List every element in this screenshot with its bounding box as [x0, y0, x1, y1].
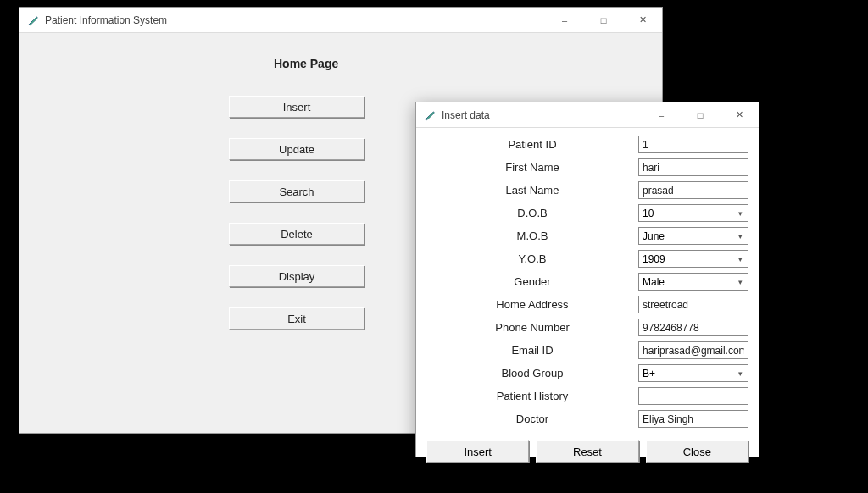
- dialog-button-row: Insert Reset Close: [416, 434, 759, 463]
- input-patient-id[interactable]: [638, 136, 748, 153]
- label-first-name: First Name: [426, 161, 638, 174]
- input-email[interactable]: [638, 341, 748, 359]
- combo-mob-input[interactable]: [638, 227, 748, 245]
- dialog-maximize-button[interactable]: □: [681, 102, 720, 128]
- delete-button[interactable]: Delete: [229, 223, 364, 245]
- input-doctor[interactable]: [638, 410, 748, 428]
- dialog-close-button2[interactable]: Close: [646, 440, 748, 463]
- update-button-label: Update: [279, 143, 314, 156]
- insert-button-label: Insert: [283, 101, 311, 114]
- close-button[interactable]: ✕: [623, 8, 662, 33]
- combo-mob[interactable]: ▾: [638, 227, 748, 245]
- input-history[interactable]: [638, 387, 748, 405]
- dialog-minimize-button[interactable]: –: [642, 102, 681, 128]
- insert-button[interactable]: Insert: [229, 96, 364, 118]
- combo-blood-input[interactable]: [638, 364, 748, 382]
- dialog-reset-button[interactable]: Reset: [536, 440, 638, 463]
- delete-button-label: Delete: [281, 228, 313, 241]
- display-button-label: Display: [279, 270, 315, 283]
- page-heading: Home Page: [274, 57, 338, 70]
- exit-button[interactable]: Exit: [229, 307, 364, 330]
- label-patient-id: Patient ID: [426, 138, 638, 151]
- update-button[interactable]: Update: [229, 138, 364, 160]
- label-gender: Gender: [426, 275, 638, 288]
- combo-yob-input[interactable]: [638, 250, 748, 268]
- dialog-insert-label: Insert: [464, 446, 492, 458]
- search-button[interactable]: Search: [229, 180, 364, 202]
- label-yob: Y.O.B: [426, 252, 638, 265]
- insert-dialog: Insert data – □ ✕ Patient ID First Name …: [415, 102, 760, 457]
- input-phone[interactable]: [638, 319, 748, 336]
- combo-dob[interactable]: ▾: [638, 204, 748, 222]
- dialog-close-label: Close: [683, 446, 711, 458]
- dialog-close-button[interactable]: ✕: [720, 102, 759, 128]
- label-blood: Blood Group: [426, 367, 638, 379]
- combo-blood[interactable]: ▾: [638, 364, 748, 382]
- app-icon: [423, 108, 437, 122]
- label-dob: D.O.B: [426, 207, 638, 219]
- combo-yob[interactable]: ▾: [638, 250, 748, 268]
- main-titlebar[interactable]: Patient Information System – □ ✕: [19, 8, 662, 33]
- dialog-title: Insert data: [442, 109, 490, 121]
- input-first-name[interactable]: [638, 158, 748, 176]
- combo-gender[interactable]: ▾: [638, 273, 748, 291]
- main-title: Patient Information System: [45, 14, 167, 26]
- label-history: Patient History: [426, 390, 638, 402]
- display-button[interactable]: Display: [229, 265, 364, 287]
- search-button-label: Search: [279, 186, 314, 198]
- dialog-client: Patient ID First Name Last Name D.O.B ▾ …: [416, 128, 759, 457]
- label-address: Home Address: [426, 298, 638, 311]
- label-phone: Phone Number: [426, 321, 638, 334]
- app-icon: [26, 14, 40, 27]
- exit-button-label: Exit: [287, 313, 306, 325]
- dialog-insert-button[interactable]: Insert: [426, 440, 529, 463]
- input-address[interactable]: [638, 296, 748, 313]
- label-last-name: Last Name: [426, 184, 638, 197]
- label-doctor: Doctor: [426, 413, 638, 425]
- input-last-name[interactable]: [638, 181, 748, 199]
- combo-dob-input[interactable]: [638, 204, 748, 222]
- label-email: Email ID: [426, 344, 638, 357]
- combo-gender-input[interactable]: [638, 273, 748, 291]
- dialog-titlebar[interactable]: Insert data – □ ✕: [416, 102, 759, 128]
- dialog-reset-label: Reset: [573, 446, 602, 458]
- label-mob: M.O.B: [426, 230, 638, 242]
- maximize-button[interactable]: □: [584, 8, 623, 33]
- minimize-button[interactable]: –: [545, 8, 584, 33]
